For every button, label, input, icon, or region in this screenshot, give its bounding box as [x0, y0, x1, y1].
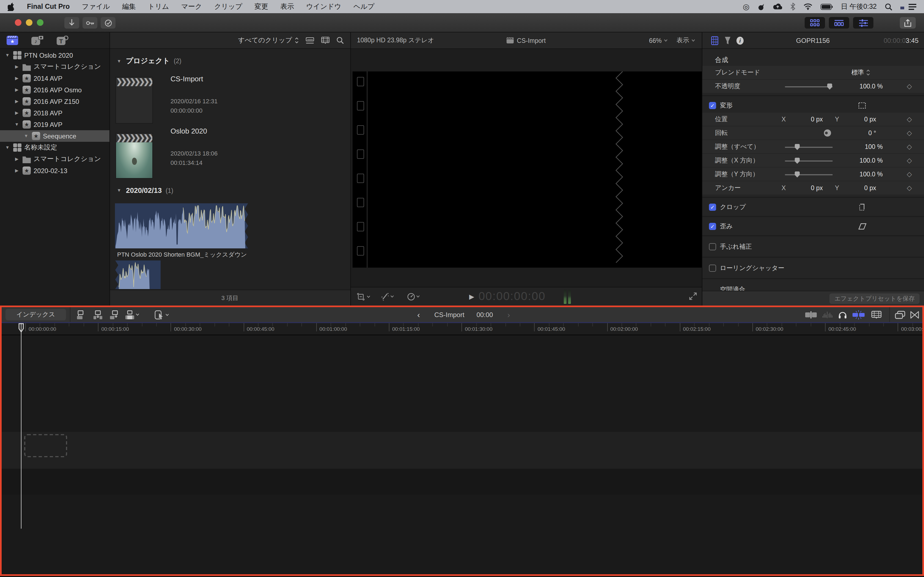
position-x-value[interactable]: 0 px: [789, 116, 823, 122]
project-thumbnail-oslob-2020[interactable]: ❯❯❯❯❯❯❯❯❯❯: [115, 133, 153, 179]
crop-onscreen-control-icon[interactable]: [858, 203, 866, 211]
minimize-window-button[interactable]: [26, 19, 32, 26]
disclosure-triangle[interactable]: ▶: [14, 156, 20, 161]
anchor-x-value[interactable]: 0 px: [789, 185, 823, 191]
index-button[interactable]: インデックス: [5, 309, 66, 321]
apple-menu-icon[interactable]: [8, 2, 15, 11]
opacity-slider[interactable]: [785, 86, 833, 87]
menu-item-4[interactable]: クリップ: [214, 2, 242, 11]
keyframe-diamond-icon[interactable]: ◇: [907, 170, 912, 178]
scale-y-slider[interactable]: [785, 174, 833, 175]
scale-x-value[interactable]: 100.0 %: [859, 157, 883, 164]
keyframe-diamond-icon[interactable]: ◇: [907, 184, 912, 192]
menu-item-8[interactable]: ヘルプ: [354, 2, 375, 11]
sidebar-item-4[interactable]: ▶★2016 AVP Z150: [0, 96, 110, 107]
opacity-value[interactable]: 100.0 %: [859, 83, 883, 90]
timeline-project-name[interactable]: CS-Import: [434, 311, 464, 318]
distort-checkbox[interactable]: ✓: [709, 222, 716, 230]
fullscreen-icon[interactable]: [689, 292, 697, 300]
disclosure-triangle[interactable]: ▼: [5, 53, 10, 58]
range-tool-menu[interactable]: [357, 293, 370, 300]
clip-drop-placeholder[interactable]: [24, 434, 67, 457]
background-tasks-button[interactable]: [101, 17, 115, 29]
bluetooth-icon[interactable]: [790, 3, 795, 10]
tool-palette-menu[interactable]: [155, 309, 169, 319]
solo-icon[interactable]: [838, 311, 847, 319]
connect-edit-icon[interactable]: [76, 310, 86, 319]
scale-x-slider[interactable]: [785, 160, 833, 161]
keyword-editor-button[interactable]: [82, 17, 97, 29]
rotation-knob[interactable]: [824, 129, 831, 137]
viewer-view-menu[interactable]: 表示: [677, 36, 695, 45]
menu-item-6[interactable]: 表示: [280, 2, 294, 11]
menu-item-2[interactable]: トリム: [148, 2, 169, 11]
disclosure-triangle[interactable]: ▼: [116, 58, 122, 63]
photos-audio-tab[interactable]: ♪: [31, 36, 44, 45]
list-view-icon[interactable]: [306, 37, 314, 44]
disclosure-triangle[interactable]: ▼: [14, 122, 20, 127]
keyframe-diamond-icon[interactable]: ◇: [907, 115, 912, 123]
menu-item-3[interactable]: マーク: [181, 2, 202, 11]
scale-all-value[interactable]: 100 %: [865, 143, 883, 150]
snapping-icon[interactable]: [852, 310, 865, 319]
clip-filter-dropdown[interactable]: すべてのクリップ: [238, 36, 299, 45]
show-timeline-button[interactable]: [829, 17, 849, 29]
project-name[interactable]: CS-Import: [171, 75, 203, 83]
menu-clock[interactable]: 日 午後0:32: [841, 2, 877, 11]
scale-y-value[interactable]: 100.0 %: [859, 171, 883, 177]
enhancements-menu[interactable]: [381, 292, 394, 301]
clip-appearance-menu[interactable]: [871, 311, 882, 319]
viewer-zoom-menu[interactable]: 66%: [649, 37, 668, 44]
transform-checkbox[interactable]: ✓: [709, 102, 716, 109]
app-status-icon[interactable]: [758, 3, 765, 10]
audio-clip-waveform-continued[interactable]: [115, 261, 161, 289]
sidebar-item-6[interactable]: ▼★2019 AVP: [0, 119, 110, 130]
disclosure-triangle[interactable]: ▶: [14, 99, 20, 104]
secondary-displays-icon[interactable]: [895, 311, 905, 319]
menu-item-1[interactable]: 編集: [122, 2, 136, 11]
play-button[interactable]: ▶: [469, 293, 474, 300]
distort-onscreen-control-icon[interactable]: [858, 222, 867, 230]
insert-edit-icon[interactable]: [93, 310, 103, 319]
playhead-line[interactable]: [21, 323, 22, 529]
sidebar-item-2[interactable]: ▶★2014 AVP: [0, 73, 110, 84]
timeline-back-button[interactable]: ‹: [417, 310, 420, 319]
spotlight-icon[interactable]: [885, 3, 892, 10]
timeline-ruler[interactable]: 00:00:00:0000:00:15:0000:00:30:0000:00:4…: [2, 323, 922, 335]
keyframe-diamond-icon[interactable]: ◇: [907, 143, 912, 151]
search-icon[interactable]: [337, 37, 344, 44]
disclosure-triangle[interactable]: ▶: [14, 76, 20, 81]
retime-menu[interactable]: [407, 292, 420, 301]
disclosure-triangle[interactable]: ▼: [5, 145, 10, 150]
stabilization-checkbox[interactable]: [709, 243, 716, 250]
audio-clip-name[interactable]: PTN Oslob 2020 Shorten BGM_ミックスダウン: [117, 251, 247, 259]
crop-checkbox[interactable]: ✓: [709, 203, 716, 211]
sidebar-item-9[interactable]: ▶スマートコレクション: [0, 153, 110, 165]
rolling-shutter-checkbox[interactable]: [709, 264, 716, 271]
close-timeline-icon[interactable]: [910, 311, 919, 318]
projects-section-header[interactable]: ▼ プロジェクト (2): [116, 56, 181, 66]
timeline-forward-button[interactable]: ›: [507, 310, 510, 319]
disclosure-triangle[interactable]: ▶: [14, 87, 20, 92]
creative-cloud-icon[interactable]: ◎: [743, 2, 750, 11]
disclosure-triangle[interactable]: ▶: [14, 168, 20, 173]
sidebar-item-1[interactable]: ▶スマートコレクション: [0, 61, 110, 73]
cloud-upload-icon[interactable]: [773, 3, 782, 10]
menu-item-0[interactable]: ファイル: [82, 2, 110, 11]
menu-item-7[interactable]: ウインドウ: [306, 2, 341, 11]
trim-feedback-icon[interactable]: [805, 311, 817, 318]
keyframe-diamond-icon[interactable]: ◇: [907, 129, 912, 137]
audio-skimming-icon[interactable]: [822, 311, 833, 318]
rotation-value[interactable]: 0 °: [842, 130, 876, 136]
titles-generators-tab[interactable]: T: [57, 36, 69, 45]
overwrite-edit-icon[interactable]: [125, 310, 139, 319]
date-section-header[interactable]: ▼ 2020/02/13 (1): [116, 186, 173, 195]
position-y-value[interactable]: 0 px: [842, 116, 876, 122]
import-media-button[interactable]: [65, 17, 79, 29]
active-app-name[interactable]: Final Cut Pro: [27, 3, 70, 10]
battery-icon[interactable]: [820, 3, 832, 10]
disclosure-triangle[interactable]: ▶: [14, 64, 20, 69]
notification-center-icon[interactable]: [909, 3, 916, 10]
zoom-window-button[interactable]: [37, 19, 44, 26]
keyframe-diamond-icon[interactable]: ◇: [907, 82, 912, 90]
